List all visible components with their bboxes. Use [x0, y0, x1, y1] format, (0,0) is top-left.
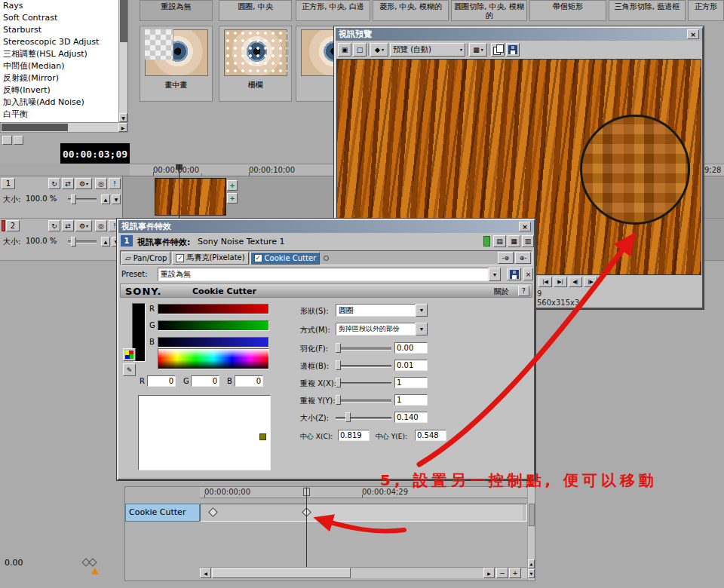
track-mute-icon[interactable]: ◎	[95, 178, 107, 189]
center-position-pad[interactable]	[138, 395, 271, 470]
transport-next-button[interactable]: ▶|	[554, 277, 567, 287]
effects-list-item[interactable]: 反射鏡(Mirror)	[0, 72, 127, 84]
layout-button-2[interactable]: ▦	[508, 235, 520, 247]
keyframe-toggle[interactable]	[483, 236, 490, 247]
preset-cell[interactable]: 圓圈切除, 中央, 模糊的	[451, 0, 527, 21]
effects-list-item[interactable]: 三相調整(HSL Adjust)	[0, 48, 127, 60]
repeat-x-slider-track[interactable]	[336, 382, 391, 385]
keyframe-track-label[interactable]: Cookie Cutter	[125, 504, 200, 522]
preset-cell[interactable]: 三角形切除, 藍邊框	[609, 0, 686, 21]
effects-list-item[interactable]: Starburst	[0, 24, 127, 36]
copy-snapshot-button[interactable]	[491, 43, 505, 57]
nudge-up-button[interactable]: ▲	[101, 237, 110, 247]
transport-step-fwd-button[interactable]: |▶	[584, 277, 597, 287]
track-settings-icon[interactable]: ⚙▾	[75, 220, 92, 231]
toolbar-button[interactable]	[2, 136, 12, 145]
save-preset-button[interactable]	[507, 268, 521, 280]
close-button[interactable]: ×	[687, 29, 699, 39]
hscroll-thumb[interactable]	[212, 568, 351, 578]
dropdown-button[interactable]: ▾	[416, 323, 428, 335]
red-slider[interactable]	[158, 304, 269, 314]
overlays-button[interactable]: ◆▾	[370, 43, 388, 57]
effects-list-item[interactable]: 中間值(Median)	[0, 60, 127, 72]
palette-button[interactable]	[123, 348, 136, 361]
effects-list-item[interactable]: Soft Contrast	[0, 12, 127, 24]
external-monitor-button[interactable]: □	[353, 43, 367, 57]
help-button[interactable]: ?	[518, 286, 529, 296]
size-slider-track[interactable]	[336, 417, 391, 420]
preset-cell[interactable]: 重設為無	[140, 0, 213, 21]
effects-vscrollbar[interactable]: ▼	[118, 0, 127, 122]
red-value-field[interactable]	[147, 375, 176, 387]
method-dropdown[interactable]: 剪掉區段以外的部份 ▾	[336, 323, 428, 335]
effects-list-item[interactable]: 加入訊噪(Add Noise)	[0, 96, 127, 109]
transport-prev-button[interactable]: |◀	[538, 277, 552, 287]
track-motion-icon[interactable]: ↻	[48, 178, 60, 189]
position-marker[interactable]	[259, 433, 266, 440]
effects-hscrollbar[interactable]: ▶	[0, 122, 128, 133]
center-x-field[interactable]	[338, 430, 370, 441]
nudge-down-button[interactable]: ▼	[112, 194, 121, 204]
shape-dropdown[interactable]: 圓圈 ▾	[336, 304, 428, 317]
layout-button-1[interactable]: ▤	[493, 235, 506, 247]
preset-cell[interactable]: 正方形, 中央, 白邊	[296, 0, 370, 21]
eyedropper-button[interactable]: ✎	[123, 363, 136, 376]
save-snapshot-button[interactable]	[506, 43, 520, 57]
blue-slider[interactable]	[158, 337, 269, 348]
feather-slider-track[interactable]	[336, 348, 391, 351]
center-y-field[interactable]	[415, 430, 446, 441]
scroll-right-button[interactable]: ▶	[483, 568, 495, 578]
track-settings-icon[interactable]: ⚙▾	[75, 178, 92, 189]
track-size-slider-handle[interactable]	[71, 237, 76, 247]
layout-button-3[interactable]: ▥	[522, 235, 534, 247]
track-fx-icon[interactable]: ⇄	[62, 220, 74, 231]
scroll-down-button[interactable]: ▼	[528, 569, 535, 578]
keyframe-lane[interactable]	[200, 504, 527, 522]
vscroll-thumb[interactable]	[529, 504, 535, 526]
timeline-clip[interactable]	[155, 178, 226, 216]
nudge-up-button[interactable]: ▲	[101, 194, 110, 204]
preset-cell[interactable]: 菱形, 中央, 模糊的	[373, 0, 449, 21]
scroll-down-button[interactable]: ▼	[119, 113, 127, 122]
effects-list-item[interactable]: 反轉(Invert)	[0, 84, 127, 96]
feather-value-field[interactable]	[394, 342, 428, 354]
delete-preset-button[interactable]: ×	[523, 268, 533, 280]
fx-dialog-titlebar[interactable]: 視訊事件特效 ×	[118, 220, 534, 233]
record-arm-indicator[interactable]	[2, 220, 5, 231]
keyframe-cursor[interactable]	[306, 487, 307, 567]
preset-cell[interactable]: 圓圈, 中央	[219, 0, 292, 21]
dropdown-button[interactable]: ▾	[416, 304, 428, 317]
grid-overlay-button[interactable]: ▦▾	[469, 43, 487, 57]
size-value-field[interactable]	[394, 412, 428, 423]
preset-cell[interactable]: 柵欄	[219, 26, 292, 102]
project-video-button[interactable]: ▣	[338, 43, 351, 57]
preset-cell[interactable]: 畫中畫	[140, 26, 213, 102]
preview-titlebar[interactable]: 視訊預覽 ×	[336, 28, 702, 41]
feather-slider-handle[interactable]	[336, 343, 341, 353]
preview-quality-dropdown[interactable]: 預覽 (自動)▾	[390, 43, 465, 57]
event-fx-icon[interactable]: +	[227, 193, 238, 204]
track-mute-icon[interactable]: ◎	[95, 220, 107, 231]
repeat-x-slider-handle[interactable]	[336, 378, 341, 387]
border-slider-handle[interactable]	[336, 360, 341, 370]
preset-cell[interactable]: 帶個矩形	[529, 0, 606, 21]
effects-list-item[interactable]: Rays	[0, 0, 127, 12]
track-number-badge[interactable]: 2	[6, 220, 20, 231]
blue-value-field[interactable]	[235, 375, 263, 387]
vscroll-thumb[interactable]	[120, 0, 127, 42]
zoom-in-button[interactable]: +	[509, 568, 521, 578]
add-plugin-button[interactable]: ⊕-	[515, 252, 531, 264]
toolbar-button[interactable]	[14, 136, 23, 145]
close-button[interactable]: ×	[519, 222, 531, 231]
track-motion-icon[interactable]: ↻	[48, 220, 60, 231]
dropdown-button[interactable]: ▾	[489, 268, 501, 281]
repeat-y-value-field[interactable]	[394, 394, 428, 406]
track-solo-icon[interactable]: !	[109, 178, 121, 189]
checkbox-checked-icon[interactable]: ✓	[254, 254, 262, 262]
hscroll-thumb[interactable]	[2, 124, 68, 131]
green-slider[interactable]	[158, 320, 269, 331]
keyframe-hscroll[interactable]: ◀ ▶ − +	[200, 567, 527, 578]
track-fx-icon[interactable]: ⇄	[62, 178, 74, 189]
generated-media-icon[interactable]: +	[227, 180, 238, 191]
scroll-left-button[interactable]: ◀	[200, 568, 211, 578]
